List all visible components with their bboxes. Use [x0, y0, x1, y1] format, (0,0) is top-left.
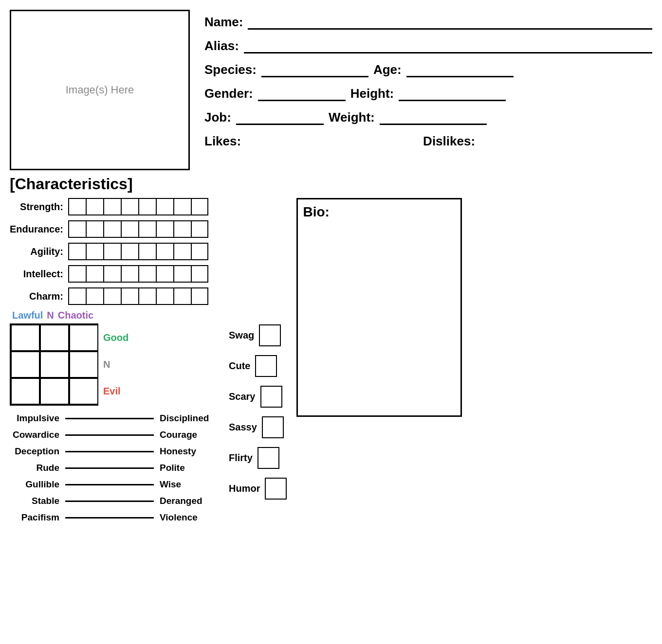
trait-left-3: Rude	[10, 463, 63, 473]
stat-box-0-7[interactable]	[191, 198, 208, 215]
stat-box-0-3[interactable]	[121, 198, 138, 215]
special-trait-box-3[interactable]	[262, 416, 284, 438]
stat-boxes-0	[68, 198, 208, 215]
special-trait-box-2[interactable]	[260, 386, 282, 408]
stat-box-0-6[interactable]	[173, 198, 191, 215]
stat-box-4-0[interactable]	[68, 287, 86, 305]
stat-box-0-1[interactable]	[86, 198, 103, 215]
stat-box-3-7[interactable]	[191, 265, 208, 283]
gender-label: Gender:	[204, 86, 253, 101]
stat-box-2-3[interactable]	[121, 243, 138, 260]
stat-box-0-0[interactable]	[68, 198, 86, 215]
align-cell-2[interactable]	[40, 324, 69, 351]
stat-box-3-2[interactable]	[103, 265, 121, 283]
align-cell-3[interactable]	[69, 324, 98, 351]
stat-box-1-3[interactable]	[121, 220, 138, 238]
alias-label: Alias:	[204, 38, 239, 54]
stat-box-4-7[interactable]	[191, 287, 208, 305]
trait-left-2: Deception	[10, 446, 63, 457]
trait-line-2[interactable]	[65, 451, 154, 452]
alignment-with-labels: Good N Evil	[10, 323, 214, 406]
align-cell-8[interactable]	[40, 378, 69, 405]
align-cell-6[interactable]	[69, 351, 98, 378]
trait-line-3[interactable]	[65, 467, 154, 469]
name-input[interactable]	[248, 16, 652, 30]
stat-box-1-0[interactable]	[68, 220, 86, 238]
bio-title: Bio:	[303, 204, 456, 220]
stat-box-2-4[interactable]	[138, 243, 156, 260]
stat-box-4-2[interactable]	[103, 287, 121, 305]
job-input[interactable]	[236, 111, 324, 125]
stat-box-2-7[interactable]	[191, 243, 208, 260]
special-trait-label-1: Cute	[229, 360, 250, 372]
stat-row-1: Endurance:	[10, 220, 214, 238]
stat-box-4-4[interactable]	[138, 287, 156, 305]
alias-input[interactable]	[244, 40, 652, 54]
species-label: Species:	[204, 62, 257, 77]
stat-box-1-5[interactable]	[156, 220, 173, 238]
weight-input[interactable]	[380, 111, 487, 125]
trait-right-0: Disciplined	[156, 413, 214, 424]
trait-right-5: Deranged	[156, 496, 214, 506]
special-trait-label-2: Scary	[229, 391, 256, 402]
alignment-right-labels: Good N Evil	[103, 324, 129, 405]
stat-box-2-2[interactable]	[103, 243, 121, 260]
align-cell-7[interactable]	[11, 378, 40, 405]
special-trait-box-5[interactable]	[265, 478, 287, 500]
trait-line-6[interactable]	[65, 517, 154, 519]
stat-box-4-5[interactable]	[156, 287, 173, 305]
trait-line-4[interactable]	[65, 484, 154, 485]
age-input[interactable]	[406, 64, 514, 77]
stat-box-2-0[interactable]	[68, 243, 86, 260]
stat-box-2-5[interactable]	[156, 243, 173, 260]
stat-box-1-6[interactable]	[173, 220, 191, 238]
special-trait-box-0[interactable]	[259, 324, 281, 346]
stat-box-4-1[interactable]	[86, 287, 103, 305]
stat-box-3-4[interactable]	[138, 265, 156, 283]
stat-box-1-2[interactable]	[103, 220, 121, 238]
align-cell-1[interactable]	[11, 324, 40, 351]
special-trait-box-4[interactable]	[257, 447, 279, 469]
stat-box-3-6[interactable]	[173, 265, 191, 283]
age-label: Age:	[373, 62, 402, 77]
trait-row-5: StableDeranged	[10, 496, 214, 506]
gender-input[interactable]	[258, 88, 346, 101]
stat-box-3-3[interactable]	[121, 265, 138, 283]
trait-left-1: Cowardice	[10, 429, 63, 440]
height-input[interactable]	[399, 88, 506, 101]
align-cell-4[interactable]	[11, 351, 40, 378]
stat-row-4: Charm:	[10, 287, 214, 305]
stat-box-3-5[interactable]	[156, 265, 173, 283]
special-trait-box-1[interactable]	[255, 355, 277, 377]
stat-box-4-6[interactable]	[173, 287, 191, 305]
trait-left-0: Impulsive	[10, 413, 63, 424]
stat-box-1-4[interactable]	[138, 220, 156, 238]
special-trait-row-0: Swag	[229, 324, 287, 346]
trait-line-0[interactable]	[65, 418, 154, 419]
align-cell-5[interactable]	[40, 351, 69, 378]
stat-label-2: Agility:	[10, 246, 63, 257]
stat-box-0-4[interactable]	[138, 198, 156, 215]
stat-box-1-7[interactable]	[191, 220, 208, 238]
stat-box-1-1[interactable]	[86, 220, 103, 238]
alignment-header: Lawful N Chaotic	[10, 310, 214, 321]
likes-dislikes-row-top: Likes: Dislikes:	[204, 134, 652, 149]
stat-box-0-2[interactable]	[103, 198, 121, 215]
stats-section: Strength:Endurance:Agility:Intellect:Cha…	[10, 198, 214, 529]
traits-section: ImpulsiveDisciplinedCowardiceCourageDece…	[10, 413, 214, 523]
align-cell-9[interactable]	[69, 378, 98, 405]
stat-box-3-0[interactable]	[68, 265, 86, 283]
name-row: Name:	[204, 15, 652, 30]
stat-box-0-5[interactable]	[156, 198, 173, 215]
trait-left-5: Stable	[10, 496, 63, 506]
n-top-label: N	[47, 310, 54, 321]
trait-line-5[interactable]	[65, 501, 154, 502]
species-input[interactable]	[261, 64, 368, 77]
name-label: Name:	[204, 15, 243, 30]
trait-right-3: Polite	[156, 463, 214, 473]
stat-box-4-3[interactable]	[121, 287, 138, 305]
stat-box-2-6[interactable]	[173, 243, 191, 260]
trait-line-1[interactable]	[65, 434, 154, 436]
stat-box-2-1[interactable]	[86, 243, 103, 260]
stat-box-3-1[interactable]	[86, 265, 103, 283]
